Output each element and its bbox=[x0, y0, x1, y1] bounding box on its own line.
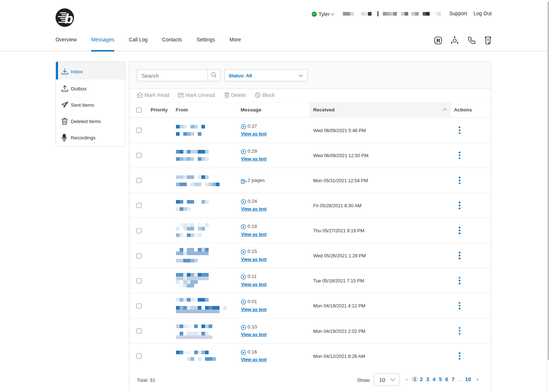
svg-text:b: b bbox=[65, 11, 73, 26]
svg-text:R: R bbox=[437, 37, 441, 44]
